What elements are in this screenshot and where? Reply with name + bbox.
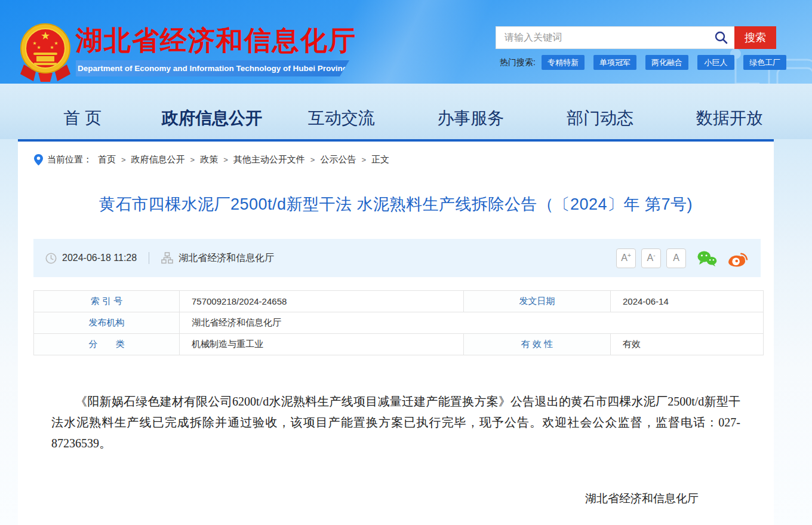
issue-date-value: 2024-06-14: [611, 291, 764, 312]
hot-tag[interactable]: 两化融合: [645, 55, 688, 70]
breadcrumb-link-gov-info[interactable]: 政府信息公开: [131, 154, 185, 165]
hot-tag[interactable]: 小巨人: [697, 55, 734, 70]
table-row: 索 引 号 757009218/2024-24658 发文日期 2024-06-…: [34, 291, 764, 312]
page-title: 黄石市四棵水泥厂2500t/d新型干法 水泥熟料生产线拆除公告（〔2024〕年 …: [18, 194, 774, 215]
breadcrumb-current: 正文: [371, 154, 389, 165]
content-card: 当前位置： 首页 > 政府信息公开 > 政策 > 其他主动公开文件 > 公示公告…: [18, 139, 774, 525]
national-emblem-logo: ★ ★ ★ ★ ★: [18, 22, 73, 84]
validity-value: 有效: [611, 334, 764, 355]
meta-divider: [149, 252, 149, 264]
table-row: 发布机构 湖北省经济和信息化厅: [34, 312, 764, 334]
svg-text:★: ★: [41, 29, 50, 42]
font-size-increase-button[interactable]: A+: [616, 248, 636, 268]
svg-text:★: ★: [36, 45, 41, 50]
site-title[interactable]: 湖北省经济和信息化厅: [76, 23, 356, 59]
breadcrumb: 当前位置： 首页 > 政府信息公开 > 政策 > 其他主动公开文件 > 公示公告…: [18, 142, 774, 165]
document-info-table: 索 引 号 757009218/2024-24658 发文日期 2024-06-…: [33, 290, 764, 355]
weibo-share-icon[interactable]: [728, 250, 749, 267]
main-navigation: 首 页 政府信息公开 互动交流 办事服务 部门动态 数据开放: [0, 84, 812, 139]
search-button[interactable]: 搜索: [734, 26, 776, 49]
hot-search-row: 热门搜索: 专精特新 单项冠军 两化融合 小巨人 绿色工厂: [500, 55, 795, 70]
location-pin-icon: [34, 154, 43, 165]
breadcrumb-separator: >: [310, 155, 315, 164]
clock-icon: [45, 253, 57, 264]
site-subtitle: Department of Economy and Information Te…: [76, 60, 349, 76]
validity-label: 有 效 性: [464, 334, 611, 355]
article-paragraph: 《阳新娲石绿色建材有限公司6200t/d水泥熟料生产线项目减量迁建产能置换方案》…: [51, 391, 740, 454]
nav-item-home[interactable]: 首 页: [18, 107, 147, 130]
nav-item-open-data[interactable]: 数据开放: [665, 107, 794, 130]
publisher-value: 湖北省经济和信息化厅: [180, 312, 764, 334]
signature-org: 湖北省经济和信息化厅: [51, 491, 740, 506]
index-number-value: 757009218/2024-24658: [180, 291, 464, 312]
site-banner: ★ ★ ★ ★ ★ 湖北省经济和信息化厅 Department of Econo…: [0, 0, 812, 84]
breadcrumb-separator: >: [361, 155, 366, 164]
article-meta-bar: 2024-06-18 11:28 湖北省经济和信息化厅 A+ A- A: [33, 239, 761, 277]
hot-tag[interactable]: 绿色工厂: [743, 55, 786, 70]
breadcrumb-link-home[interactable]: 首页: [98, 154, 116, 165]
article-body: 《阳新娲石绿色建材有限公司6200t/d水泥熟料生产线项目减量迁建产能置换方案》…: [18, 355, 774, 525]
nav-item-interaction[interactable]: 互动交流: [276, 107, 406, 130]
breadcrumb-separator: >: [190, 155, 195, 164]
nav-item-gov-info[interactable]: 政府信息公开: [147, 107, 277, 130]
search-icon: [714, 30, 728, 45]
breadcrumb-label: 当前位置：: [47, 154, 92, 165]
breadcrumb-link-announcements[interactable]: 公示公告: [320, 154, 356, 165]
breadcrumb-link-other-docs[interactable]: 其他主动公开文件: [233, 154, 305, 165]
search-area: 搜索: [496, 26, 776, 49]
nav-item-services[interactable]: 办事服务: [406, 107, 536, 130]
table-row: 分 类 机械制造与重工业 有 效 性 有效: [34, 334, 764, 355]
index-number-label: 索 引 号: [34, 291, 180, 312]
publish-time: 2024-06-18 11:28: [62, 253, 137, 263]
font-size-reset-button[interactable]: A: [666, 248, 686, 268]
font-size-decrease-button[interactable]: A-: [641, 248, 661, 268]
hot-search-label: 热门搜索:: [500, 57, 536, 68]
source-org-icon: [161, 252, 173, 264]
search-input[interactable]: [496, 26, 734, 49]
nav-item-departments[interactable]: 部门动态: [536, 107, 665, 130]
hot-tag[interactable]: 单项冠军: [593, 55, 636, 70]
category-label: 分 类: [34, 334, 180, 355]
breadcrumb-separator: >: [121, 155, 126, 164]
category-value: 机械制造与重工业: [180, 334, 464, 355]
wechat-share-icon[interactable]: [697, 250, 717, 267]
svg-text:★: ★: [50, 45, 54, 50]
svg-text:★: ★: [54, 41, 58, 46]
hot-tag[interactable]: 专精特新: [542, 55, 585, 70]
publisher-label: 发布机构: [34, 312, 180, 334]
breadcrumb-link-policy[interactable]: 政策: [200, 154, 218, 165]
breadcrumb-separator: >: [223, 155, 228, 164]
issue-date-label: 发文日期: [464, 291, 611, 312]
article-source: 湖北省经济和信息化厅: [179, 252, 274, 265]
